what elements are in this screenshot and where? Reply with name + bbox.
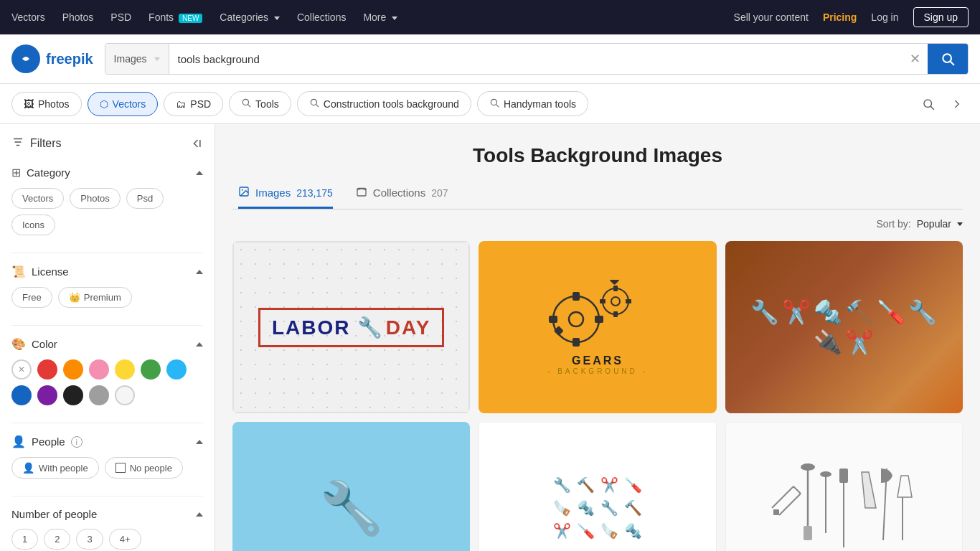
number-tag-3[interactable]: 3 [76, 529, 103, 550]
tool-icon-7: 🔌 [814, 329, 842, 356]
color-title: 🎨 Color [11, 337, 57, 351]
image-card-tools-sketch[interactable] [725, 422, 963, 551]
search-clear-button[interactable]: ✕ [903, 44, 928, 74]
image-card-labor-day[interactable]: LABOR 🔧 DAY [232, 241, 470, 413]
license-section-header[interactable]: 📜 License [11, 265, 203, 278]
color-swatch-none[interactable] [11, 359, 32, 380]
tab-psd-label: PSD [190, 98, 211, 110]
tab-psd[interactable]: 🗂 PSD [164, 92, 223, 116]
color-section-header[interactable]: 🎨 Color [11, 337, 203, 351]
category-tag-psd[interactable]: Psd [126, 188, 164, 209]
image-card-gears[interactable]: GEARS - BACKGROUND - [479, 241, 716, 413]
tab-search-icon[interactable] [917, 93, 940, 116]
tab-collections[interactable]: Collections 207 [356, 179, 448, 209]
login-link[interactable]: Log in [871, 11, 898, 23]
color-swatch-orange[interactable] [63, 359, 83, 380]
search-submit-button[interactable] [928, 44, 968, 74]
color-swatch-purple[interactable] [37, 385, 57, 405]
images-tab-icon [238, 186, 250, 199]
nav-vectors[interactable]: Vectors [11, 11, 45, 23]
pattern-content: 🔧 🔨 ✂️ 🪛 🪚 🔩 🔧 🔨 ✂️ 🪛 🪚 🔩 [545, 468, 651, 548]
category-tag-photos[interactable]: Photos [70, 188, 120, 209]
tab-vectors[interactable]: ⬡ Vectors [88, 92, 159, 116]
number-tag-2[interactable]: 2 [44, 529, 70, 550]
color-swatch-green[interactable] [141, 359, 161, 380]
tab-next-button[interactable] [946, 93, 969, 116]
people-chevron [196, 440, 203, 444]
people-tags: 👤 With people No people [11, 457, 203, 479]
sort-by-label: Sort by: [876, 218, 910, 230]
tool-icon-8: ✂️ [845, 329, 874, 356]
tab-handyman[interactable]: Handyman tools [477, 91, 588, 116]
nav-photos[interactable]: Photos [62, 11, 94, 23]
category-tag-icons[interactable]: Icons [11, 215, 55, 235]
collections-tab-icon [356, 186, 367, 199]
svg-rect-23 [595, 316, 603, 323]
premium-icon: 👑 [69, 292, 80, 303]
image-grid: LABOR 🔧 DAY [232, 241, 963, 551]
tab-construction[interactable]: Construction tools background [297, 91, 471, 116]
license-tag-free[interactable]: Free [11, 287, 52, 308]
svg-rect-35 [773, 509, 779, 515]
search-input[interactable] [169, 44, 903, 74]
nav-fonts[interactable]: Fonts NEW [149, 11, 202, 23]
svg-line-6 [316, 105, 318, 107]
people-section-header[interactable]: 👤 People i [11, 435, 203, 448]
image-tools-photo: 🔧 ✂️ 🔩 🔨 🪛 🔧 🔌 ✂️ [725, 241, 963, 413]
color-icon: 🎨 [11, 337, 26, 351]
color-swatch-blue[interactable] [11, 385, 32, 405]
color-swatch-red[interactable] [37, 359, 57, 380]
search-type-label: Images [114, 53, 147, 65]
signup-button[interactable]: Sign up [913, 7, 969, 27]
svg-rect-42 [839, 468, 848, 483]
no-people-tag[interactable]: No people [105, 457, 183, 479]
color-swatch-gray[interactable] [89, 385, 109, 405]
image-wrench-hand: 🔧 [232, 422, 470, 551]
search-type-select[interactable]: Images [105, 44, 169, 74]
nav-psd[interactable]: PSD [110, 11, 131, 23]
search-type-arrow [154, 57, 160, 61]
category-title: ⊞ Category [11, 166, 70, 179]
image-card-tools-photo[interactable]: 🔧 ✂️ 🔩 🔨 🪛 🔧 🔌 ✂️ [725, 241, 963, 413]
sort-row: Sort by: Popular [232, 218, 963, 230]
svg-line-10 [930, 106, 933, 109]
image-tools-sketch [725, 422, 963, 551]
sort-select[interactable]: Popular [917, 218, 963, 230]
category-chevron [196, 171, 203, 175]
number-tag-4plus[interactable]: 4+ [109, 529, 141, 550]
tab-vectors-label: Vectors [113, 98, 146, 110]
number-people-header[interactable]: Number of people [11, 508, 203, 520]
people-icon: 👤 [11, 435, 26, 448]
tab-images[interactable]: Images 213,175 [238, 179, 333, 209]
nav-collections[interactable]: Collections [297, 11, 346, 23]
svg-rect-21 [573, 338, 580, 347]
color-swatch-pink[interactable] [89, 359, 109, 380]
with-people-tag[interactable]: 👤 With people [11, 457, 99, 479]
color-swatch-lightblue[interactable] [166, 359, 187, 380]
pricing-link[interactable]: Pricing [823, 11, 857, 23]
license-tag-premium[interactable]: 👑 Premium [58, 287, 132, 308]
category-tags: Vectors Photos Psd Icons [11, 188, 203, 235]
color-swatch-black[interactable] [63, 385, 83, 405]
color-swatch-yellow[interactable] [115, 359, 135, 380]
image-card-tools-pattern[interactable]: 🔧 🔨 ✂️ 🪛 🪚 🔩 🔧 🔨 ✂️ 🪛 🪚 🔩 [479, 422, 716, 551]
tab-photos[interactable]: 🖼 Photos [11, 92, 82, 116]
sell-content-link[interactable]: Sell your content [734, 11, 809, 23]
with-people-icon: 👤 [22, 462, 34, 474]
collections-tab-label: Collections [373, 187, 425, 199]
tab-tools[interactable]: Tools [229, 91, 291, 116]
nav-categories[interactable]: Categories [220, 11, 280, 23]
color-swatch-white[interactable] [115, 385, 135, 405]
category-section-header[interactable]: ⊞ Category [11, 166, 203, 179]
number-people-title: Number of people [11, 508, 97, 520]
category-tag-vectors[interactable]: Vectors [11, 188, 64, 209]
people-info-icon[interactable]: i [71, 436, 83, 448]
tool-icon-6: 🔧 [908, 298, 937, 326]
logo[interactable]: freepik [11, 44, 93, 73]
number-tag-1[interactable]: 1 [11, 529, 38, 550]
image-card-wrench-hand[interactable]: 🔧 [232, 422, 470, 551]
sketch-svg [765, 454, 923, 551]
nav-more[interactable]: More [363, 11, 397, 23]
sidebar-collapse-button[interactable] [189, 136, 203, 151]
nav-links-right: Sell your content Pricing Log in Sign up [734, 7, 969, 27]
